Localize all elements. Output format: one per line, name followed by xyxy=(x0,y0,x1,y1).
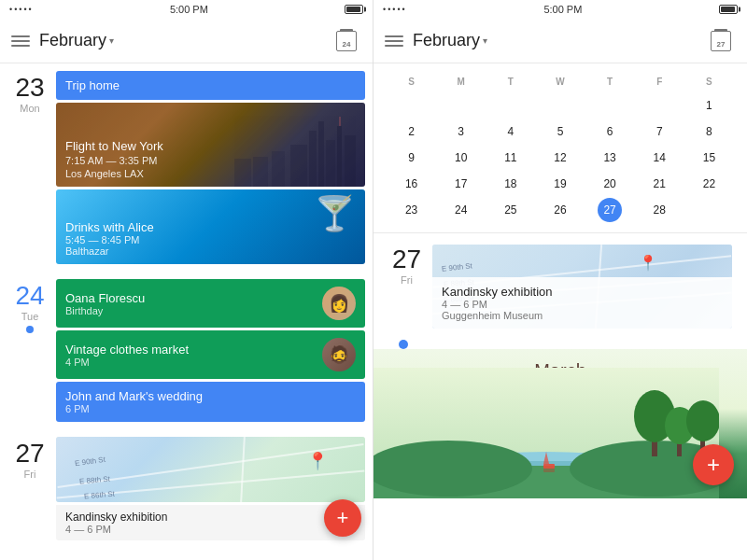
map-pin-left: 📍 xyxy=(307,451,328,471)
day-section-24: 24 Tue Oana Florescu Birthday 👩 Vintage … xyxy=(0,272,373,429)
cal-date-empty-1 xyxy=(400,93,424,118)
cal-date-7[interactable]: 7 xyxy=(647,119,671,144)
dow-t2: T xyxy=(585,73,635,91)
cal-date-11[interactable]: 11 xyxy=(499,146,523,170)
left-phone-panel: ••••• 5:00 PM February ▾ 24 23 xyxy=(0,0,374,560)
oana-name: Oana Florescu xyxy=(65,291,322,305)
cal-date-2[interactable]: 2 xyxy=(400,119,424,144)
dow-s2: S xyxy=(684,73,734,91)
cal-date-20[interactable]: 20 xyxy=(598,172,622,196)
event-kandinsky-right[interactable]: E 90th St E 88th St E 86th St 📍 Kandinsk… xyxy=(432,245,732,329)
cal-date-14[interactable]: 14 xyxy=(647,146,671,170)
svg-rect-8 xyxy=(345,135,356,187)
detail-events-27: E 90th St E 88th St E 86th St 📍 Kandinsk… xyxy=(432,245,740,329)
day-section-27-left: 27 Fri E 90th St E 88th St E 86th St 📍 xyxy=(0,429,373,548)
cal-date-1[interactable]: 1 xyxy=(697,93,721,118)
cal-date-21[interactable]: 21 xyxy=(647,172,671,196)
cal-date-24[interactable]: 24 xyxy=(449,198,473,222)
cal-date-23[interactable]: 23 xyxy=(400,198,424,222)
detail-day-number-27: 27 xyxy=(381,245,432,274)
cal-date-9[interactable]: 9 xyxy=(400,146,424,170)
calendar-grid: S M T W T F S 1 xyxy=(385,71,736,225)
dow-m: M xyxy=(436,73,486,91)
month-title-right[interactable]: February ▾ xyxy=(413,31,706,50)
cal-date-12[interactable]: 12 xyxy=(548,146,572,170)
cal-date-13[interactable]: 13 xyxy=(598,146,622,170)
day-events-23: Trip home xyxy=(56,71,373,264)
detail-day-label-27: 27 Fri xyxy=(381,245,432,329)
cal-date-4[interactable]: 4 xyxy=(499,119,523,144)
time-display-right: 5:00 PM xyxy=(543,4,582,15)
month-title-left[interactable]: February ▾ xyxy=(39,31,331,50)
day-number-23: 23 xyxy=(11,75,49,101)
cal-week-1: 1 xyxy=(387,92,734,119)
right-app-header: February ▾ 27 xyxy=(374,19,747,63)
right-phone-panel: ••••• 5:00 PM February ▾ 27 S xyxy=(374,0,747,560)
calendar-view-button-right[interactable]: 27 xyxy=(706,26,736,56)
detail-day-row-27: 27 Fri E 90th St E 88th St E 86th St xyxy=(374,233,747,336)
kandinsky-info-left: Kandinsky exhibition 4 — 6 PM xyxy=(56,505,365,540)
cal-date-19[interactable]: 19 xyxy=(548,172,572,196)
event-wedding[interactable]: John and Mark's wedding 6 PM xyxy=(56,382,365,422)
street-r1: E 90th St xyxy=(442,261,473,273)
dow-f: F xyxy=(635,73,684,91)
cal-date-16[interactable]: 16 xyxy=(400,172,424,196)
mini-calendar: S M T W T F S 1 xyxy=(374,63,747,233)
left-scroll-area[interactable]: 23 Mon Trip home xyxy=(0,63,373,560)
cal-date-27-today[interactable]: 27 xyxy=(598,198,622,222)
cal-date-28[interactable]: 28 xyxy=(647,198,671,222)
svg-rect-0 xyxy=(309,131,317,187)
fab-add-button-right[interactable]: + xyxy=(693,444,734,485)
cal-date-18[interactable]: 18 xyxy=(499,172,523,196)
oana-text: Oana Florescu Birthday xyxy=(65,291,322,316)
today-dot-24 xyxy=(26,326,34,333)
day-label-23: 23 Mon xyxy=(0,71,56,264)
day-label-27-left: 27 Fri xyxy=(0,437,56,540)
svg-rect-1 xyxy=(318,121,324,187)
svg-rect-3 xyxy=(290,145,307,187)
cal-date-5[interactable]: 5 xyxy=(548,119,572,144)
calendar-dow-row: S M T W T F S xyxy=(387,73,734,91)
cal-date-15[interactable]: 15 xyxy=(697,146,721,170)
event-drinks-alice[interactable]: Drinks with Alice 5:45 — 8:45 PM Balthaz… xyxy=(56,189,365,264)
drinks-time: 5:45 — 8:45 PM xyxy=(65,234,154,245)
event-flight-ny[interactable]: Flight to New York 7:15 AM — 3:35 PM Los… xyxy=(56,103,365,187)
cal-date-22[interactable]: 22 xyxy=(697,172,721,196)
signal-dots-right: ••••• xyxy=(383,5,407,14)
vintage-sub: 4 PM xyxy=(65,357,322,368)
nyc-skyline-illustration xyxy=(178,112,365,187)
calendar-view-button-left[interactable]: 24 xyxy=(331,26,361,56)
day-number-27-left: 27 xyxy=(11,441,49,467)
detail-section: 27 Fri E 90th St E 88th St E 86th St xyxy=(374,233,747,560)
cal-date-26[interactable]: 26 xyxy=(548,198,572,222)
kandinsky-detail-time: 4 — 6 PM xyxy=(442,299,723,310)
dow-w: W xyxy=(535,73,585,91)
drinks-title: Drinks with Alice xyxy=(65,220,154,234)
cal-date-17[interactable]: 17 xyxy=(449,172,473,196)
event-trip-home[interactable]: Trip home xyxy=(56,71,365,100)
svg-rect-6 xyxy=(337,126,342,187)
svg-rect-23 xyxy=(543,469,555,472)
cal-date-3[interactable]: 3 xyxy=(449,119,473,144)
cal-date-10[interactable]: 10 xyxy=(449,146,473,170)
day-name-23: Mon xyxy=(11,103,49,114)
dow-t1: T xyxy=(486,73,535,91)
hamburger-menu-button-right[interactable] xyxy=(385,35,403,47)
map-pin-right: 📍 xyxy=(639,254,657,272)
fab-add-button-left[interactable]: + xyxy=(324,499,361,537)
hamburger-menu-button[interactable] xyxy=(11,35,30,47)
svg-rect-21 xyxy=(543,464,555,469)
event-kandinsky-left[interactable]: E 90th St E 88th St E 86th St 📍 xyxy=(56,437,365,502)
cal-date-25[interactable]: 25 xyxy=(499,198,523,222)
event-oana-birthday[interactable]: Oana Florescu Birthday 👩 xyxy=(56,279,365,328)
martini-decoration: 🍸 xyxy=(314,194,356,233)
cal-date-empty-3 xyxy=(499,93,523,118)
march-section: March xyxy=(374,349,747,498)
dropdown-arrow-left: ▾ xyxy=(109,35,114,46)
cal-date-6[interactable]: 6 xyxy=(598,119,622,144)
wedding-time: 6 PM xyxy=(65,403,356,414)
kandinsky-detail-location: Guggenheim Museum xyxy=(442,310,723,321)
cal-date-8[interactable]: 8 xyxy=(697,119,721,144)
signal-dots: ••••• xyxy=(9,5,34,14)
event-vintage-market[interactable]: Vintage clothes market 4 PM 🧔 xyxy=(56,330,365,379)
